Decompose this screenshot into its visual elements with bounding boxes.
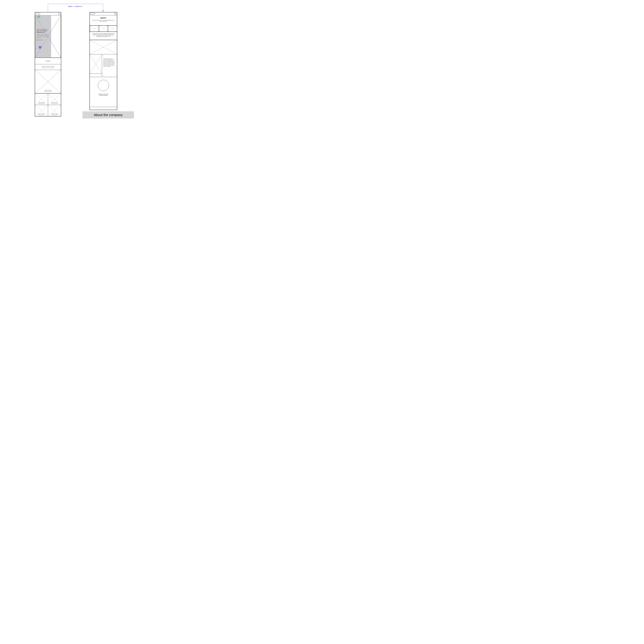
- topbar: [90, 12, 117, 15]
- hero-title-bold: amet, consectetuer adipiscing elit,: [37, 30, 47, 33]
- about-description-text: Lorem ipsum dolor sit amet, consectetuer…: [92, 33, 115, 37]
- feature-section: [35, 70, 61, 93]
- about-split-row: Lorem ipsum dolor sit amet, consectetuer…: [90, 54, 117, 77]
- wireframe-canvas: Menu --> About Us Lorem ipsum dolor sit …: [0, 0, 162, 126]
- grid-cell: [48, 93, 61, 105]
- flow-label: Menu --> About Us: [68, 5, 82, 7]
- accent-dot-green: [37, 15, 40, 18]
- grid-section: [35, 93, 61, 116]
- hero-title-plain: Lorem ipsum dolor sit: [37, 29, 48, 30]
- grid-button[interactable]: [39, 114, 44, 115]
- about-intro: Lorem ipsum dolor sit amet, consectetuer…: [92, 20, 115, 22]
- svg-line-14: [99, 26, 108, 32]
- svg-line-19: [90, 40, 117, 54]
- circle-caption: Lorem ipsum dolor sit amet, consectetuer…: [90, 94, 117, 96]
- circle-placeholder: [98, 80, 109, 91]
- grid-button[interactable]: [52, 102, 57, 104]
- carousel-dot[interactable]: [46, 61, 47, 62]
- hero-body: Lorem ipsum dolor sit amet, consectetuer…: [37, 34, 50, 38]
- grid-button[interactable]: [39, 102, 44, 104]
- hero-cta-button[interactable]: [37, 39, 43, 41]
- home-frame: Lorem ipsum dolor sit amet, consectetuer…: [35, 12, 61, 116]
- cta-button[interactable]: [42, 66, 54, 68]
- carousel-dot[interactable]: [49, 61, 50, 62]
- svg-line-13: [90, 26, 99, 32]
- split-text-col: Lorem ipsum dolor sit amet, consectetuer…: [102, 54, 117, 77]
- menu-button[interactable]: [58, 13, 60, 15]
- carousel-dot[interactable]: [48, 61, 49, 62]
- grid-cell: [48, 105, 61, 116]
- feature-image-placeholder: [35, 70, 61, 93]
- about-description: Lorem ipsum dolor sit amet, consectetuer…: [90, 32, 117, 40]
- svg-line-2: [35, 70, 61, 93]
- cta-section: [35, 64, 61, 70]
- about-heading: ABOUT: [92, 17, 115, 19]
- about-thumb-placeholder: [99, 26, 108, 32]
- svg-line-21: [90, 54, 102, 74]
- page-caption: About the company: [82, 111, 134, 118]
- svg-line-16: [108, 26, 117, 32]
- topbar: [35, 12, 61, 15]
- grid-button[interactable]: [52, 114, 57, 115]
- grid-cell: [35, 105, 48, 116]
- svg-line-20: [90, 54, 102, 74]
- logo-placeholder[interactable]: [36, 13, 40, 14]
- about-wide-image-placeholder: [90, 40, 117, 54]
- hero-title: Lorem ipsum dolor sit amet, consectetuer…: [37, 29, 50, 33]
- about-frame: ABOUT Lorem ipsum dolor sit amet, consec…: [90, 12, 117, 110]
- split-image-placeholder: [90, 54, 102, 74]
- menu-button[interactable]: [115, 13, 116, 15]
- accent-dot-purple: [39, 46, 41, 49]
- svg-line-17: [108, 26, 117, 32]
- svg-line-18: [90, 40, 117, 54]
- split-text: Lorem ipsum dolor sit amet, consectetuer…: [103, 58, 116, 67]
- split-image-col: [90, 54, 102, 77]
- svg-line-3: [35, 70, 61, 93]
- about-image-row: [90, 26, 117, 32]
- svg-line-12: [90, 26, 99, 32]
- hero-overlay: Lorem ipsum dolor sit amet, consectetuer…: [35, 15, 51, 58]
- logo-placeholder[interactable]: [90, 13, 95, 14]
- footer-bar: [90, 107, 117, 110]
- about-thumb-placeholder: [108, 26, 117, 32]
- circle-section: Lorem ipsum dolor sit amet, consectetuer…: [90, 77, 117, 104]
- feature-button[interactable]: [45, 90, 51, 92]
- grid-cell: [35, 93, 48, 105]
- about-header: ABOUT Lorem ipsum dolor sit amet, consec…: [90, 15, 117, 26]
- flow-arrow: [0, 0, 162, 26]
- svg-line-15: [99, 26, 108, 32]
- about-thumb-placeholder: [90, 26, 99, 32]
- carousel-dots: [35, 58, 61, 64]
